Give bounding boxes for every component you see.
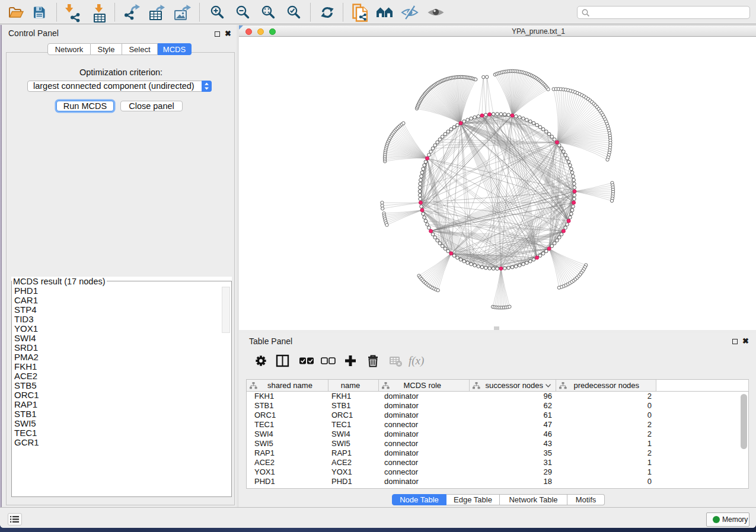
svg-text:f(x): f(x) — [409, 354, 424, 367]
